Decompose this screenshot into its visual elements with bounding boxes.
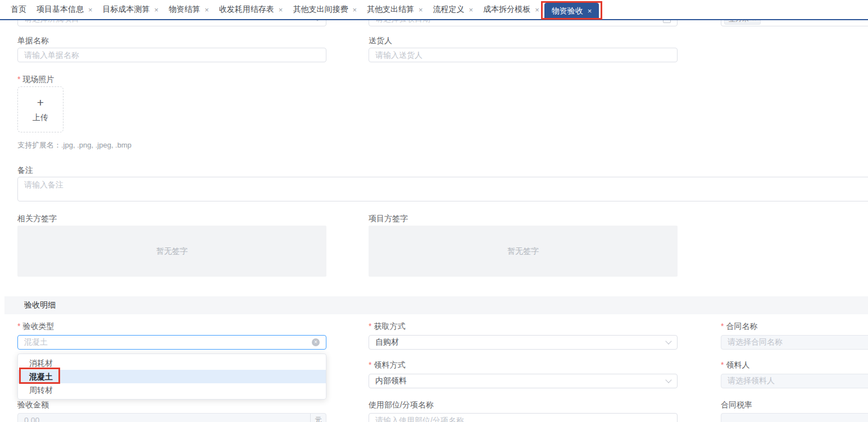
amount-unit-suffix: 元 [310,414,326,422]
acceptance-detail-section-header: 验收明细 [4,296,868,314]
contract-name-select[interactable]: 请选择合同名称 [721,335,868,350]
tab-inout-balance[interactable]: 收发耗用结存表 × [214,0,288,19]
use-location-input[interactable] [369,413,678,422]
acceptance-type-label: *验收类型 [17,321,54,332]
tab-target-cost[interactable]: 目标成本测算 × [98,0,164,19]
chevron-down-icon [665,338,671,344]
clear-icon[interactable]: × [312,338,320,346]
project-sign-area: 暂无签字 [369,226,678,277]
picker-select[interactable]: 请选择领料人 [721,374,868,388]
required-asterisk: * [17,322,20,331]
tab-label: 其他支出结算 [367,4,414,15]
doc-name-input[interactable] [17,48,326,62]
tab-label: 首页 [11,4,26,15]
pick-method-label: *领料方式 [369,360,405,370]
tab-label: 目标成本测算 [103,4,150,15]
use-location-label: 使用部位/分项名称 [369,400,434,410]
project-sign-label: 项目方签字 [369,213,408,224]
dropdown-option-concrete[interactable]: 混凝土 [18,370,326,383]
close-icon[interactable]: × [469,6,474,13]
required-asterisk: * [369,360,371,369]
contract-tax-rate-label: 合同税率 [721,400,752,410]
tab-material-settlement[interactable]: 物资结算 × [163,0,214,19]
tab-other-expense-settlement[interactable]: 其他支出结算 × [362,0,428,19]
related-sign-empty-text: 暂无签字 [156,246,188,256]
contract-tax-rate-input[interactable] [721,413,868,422]
acceptance-type-select[interactable]: 混凝土 × [17,335,326,350]
upload-label: 上传 [33,113,48,123]
picker-label: *领料人 [721,360,749,370]
contract-name-label: *合同名称 [721,321,757,332]
tab-label: 收发耗用结存表 [219,4,274,15]
close-icon[interactable]: × [279,6,283,13]
close-icon[interactable]: × [588,7,592,15]
picker-placeholder: 请选择领料人 [728,376,775,386]
required-asterisk: * [369,322,371,331]
section-title: 验收明细 [24,300,56,310]
pick-method-select[interactable]: 内部领料 [369,374,678,388]
acceptance-type-value: 混凝土 [24,337,48,347]
acceptance-amount-value: 0.00 [24,416,39,422]
close-icon[interactable]: × [88,6,93,13]
acquire-method-value: 自购材 [375,337,399,347]
tab-label: 流程定义 [433,4,465,15]
plus-icon: + [37,97,44,108]
required-asterisk: * [721,360,724,369]
tab-label: 物资结算 [169,4,200,15]
tab-project-info[interactable]: 项目基本信息 × [31,0,98,19]
dropdown-option-consumable[interactable]: 消耗材 [18,356,326,370]
acquire-method-label: *获取方式 [369,321,405,332]
pick-method-value: 内部领料 [375,376,407,386]
acceptance-type-dropdown: 消耗材 混凝土 周转材 [17,354,326,400]
upload-extension-hint: 支持扩展名：.jpg, .png, .jpeg, .bmp [17,140,131,150]
doc-name-label: 单据名称 [17,35,49,46]
close-icon[interactable]: × [419,6,423,13]
tab-home[interactable]: 首页 [6,0,31,19]
deliverer-input[interactable] [369,48,678,62]
remark-textarea[interactable] [17,177,868,201]
acceptance-amount-label: 验收金额 [17,400,49,410]
close-icon[interactable]: × [154,6,159,13]
tab-label: 物资验收 [552,6,583,16]
tab-label: 成本拆分模板 [483,4,530,15]
tab-label: 其他支出间接费 [293,4,348,15]
chevron-down-icon [665,377,671,383]
close-icon[interactable]: × [535,6,539,13]
tab-bar: 首页 项目基本信息 × 目标成本测算 × 物资结算 × 收发耗用结存表 × 其他… [0,0,868,20]
close-icon[interactable]: × [352,6,357,13]
site-photo-label: *现场照片 [17,74,54,85]
close-icon[interactable]: × [204,6,209,13]
deliverer-label: 送货人 [369,35,392,46]
tab-process-definition[interactable]: 流程定义 × [428,0,479,19]
dropdown-option-turnover[interactable]: 周转材 [18,383,326,397]
remark-label: 备注 [17,165,33,176]
acceptance-amount-input[interactable]: 0.00 元 [17,413,326,422]
project-sign-empty-text: 暂无签字 [507,246,539,256]
acquire-method-select[interactable]: 自购材 [369,335,678,350]
required-asterisk: * [17,75,20,84]
related-sign-label: 相关方签字 [17,213,57,224]
tab-material-acceptance[interactable]: 物资验收 × [544,3,599,19]
tab-cost-split-template[interactable]: 成本拆分模板 × [478,0,544,19]
required-asterisk: * [721,322,724,331]
photo-upload-button[interactable]: + 上传 [17,86,63,132]
tab-other-expense-indirect[interactable]: 其他支出间接费 × [288,0,362,19]
related-sign-area: 暂无签字 [17,226,326,277]
tab-label: 项目基本信息 [37,4,84,15]
contract-name-placeholder: 请选择合同名称 [728,337,783,347]
